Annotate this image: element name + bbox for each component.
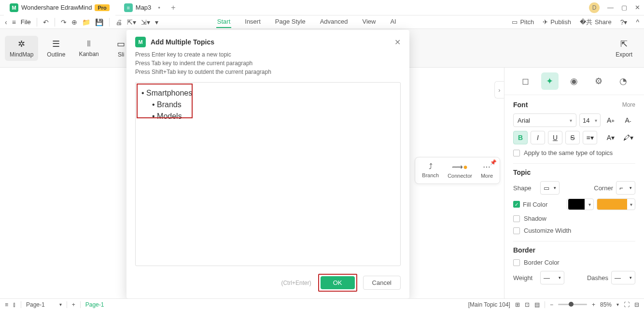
sb-collapse-icon[interactable]: ⊟ <box>634 301 639 308</box>
help-icon[interactable]: ?▾ <box>620 18 628 26</box>
weight-select[interactable]: — ▾ <box>540 271 564 284</box>
border-section-title: Border <box>513 246 535 254</box>
bordercolor-checkbox[interactable] <box>513 259 520 266</box>
export-dd-icon[interactable]: ⇱▾ <box>127 18 136 26</box>
font-more-link[interactable]: More <box>622 101 635 108</box>
add-page-button[interactable]: + <box>72 301 75 308</box>
user-avatar[interactable]: D <box>589 2 600 13</box>
page-dropdown[interactable]: Page-1▾ <box>26 301 62 308</box>
tab-insert[interactable]: Insert <box>244 16 262 28</box>
font-section-title: Font <box>513 101 528 109</box>
slide-icon: ▭ <box>117 39 125 49</box>
shadow-checkbox[interactable] <box>513 215 520 222</box>
menubar: ‹ ≡ File ↶ ↷ ⊕ 📁 💾 🖨 ⇱▾ ⇲▾ ▾ Start Inser… <box>0 15 644 29</box>
kanban-view-button[interactable]: ⫴ Kanban <box>74 36 103 61</box>
collapse-icon[interactable]: ^ <box>636 18 639 26</box>
hamburger-icon[interactable]: ≡ <box>12 18 16 26</box>
pitch-button[interactable]: ▭Pitch <box>512 18 534 26</box>
file-menu[interactable]: File <box>21 18 31 26</box>
share-button[interactable]: �共Share <box>580 18 612 27</box>
undo-button[interactable]: ↶ <box>43 18 49 26</box>
font-color-button[interactable]: A▾ <box>603 131 618 144</box>
italic-button[interactable]: I <box>531 131 545 144</box>
new-file-icon[interactable]: ⊕ <box>71 18 77 26</box>
panel-tab-tag[interactable]: ◉ <box>565 72 583 90</box>
sb-fit-icon[interactable]: ⊡ <box>525 301 530 308</box>
mindmap-view-button[interactable]: ✲ MindMap <box>5 36 38 61</box>
branch-button[interactable]: ⤴ Branch <box>418 160 443 181</box>
align-button[interactable]: ≡▾ <box>583 131 597 144</box>
customwidth-label: Customize Width <box>524 227 571 234</box>
active-page-label[interactable]: Page-1 <box>85 301 104 308</box>
panel-tab-setting[interactable]: ⚙ <box>590 72 607 90</box>
fillcolor-secondary[interactable]: ▾ <box>597 198 635 210</box>
publish-button[interactable]: ✈Publish <box>543 18 571 26</box>
tab-advanced[interactable]: Advanced <box>319 16 349 28</box>
connector-icon: ⟿● <box>452 162 468 171</box>
cancel-button[interactable]: Cancel <box>363 276 401 290</box>
sb-layout-icon[interactable]: ⫿ <box>13 301 16 308</box>
corner-select[interactable]: ⌐ ▾ <box>616 181 635 195</box>
tab-ai[interactable]: AI <box>389 16 397 28</box>
underline-button[interactable]: U <box>548 131 562 144</box>
maximize-button[interactable]: ▢ <box>621 4 627 11</box>
panel-tab-topic[interactable]: ◻ <box>517 72 534 90</box>
dialog-title: Add Multiple Topics <box>151 38 214 46</box>
tab-label: Map3 <box>136 4 152 11</box>
connector-button[interactable]: ⟿● Connector <box>444 160 476 181</box>
fullscreen-icon[interactable]: ⛶ <box>624 301 630 308</box>
outline-view-button[interactable]: ☰ Outline <box>42 36 70 61</box>
topic-info: [Main Topic 104] <box>468 301 510 308</box>
import-dd-icon[interactable]: ⇲▾ <box>141 18 150 26</box>
weight-label: Weight <box>513 274 537 282</box>
tab-start[interactable]: Start <box>216 16 231 28</box>
more-dd-icon[interactable]: ▾ <box>155 18 158 26</box>
fillcolor-primary[interactable]: ▾ <box>567 198 594 210</box>
tab-view[interactable]: View <box>361 16 377 28</box>
strikethrough-button[interactable]: S <box>565 131 580 144</box>
branch-icon: ⤴ <box>429 162 433 171</box>
window-controls: D — ▢ ✕ <box>589 2 640 13</box>
save-icon[interactable]: 💾 <box>95 18 103 26</box>
print-icon[interactable]: 🖨 <box>115 18 122 26</box>
font-increase-button[interactable]: A+ <box>603 113 618 127</box>
pro-badge: Pro <box>95 4 109 11</box>
zoom-in-button[interactable]: + <box>592 301 595 308</box>
fillcolor-checkbox[interactable]: ✓ <box>513 201 520 208</box>
ok-button[interactable]: OK <box>321 276 355 289</box>
document-tab[interactable]: ≡ Map3 ● <box>118 0 166 15</box>
topics-textarea[interactable]: • Smartphones • Brands • Models <box>135 82 401 266</box>
font-size-select[interactable]: 14▾ <box>579 113 601 127</box>
tab-dirty-icon: ● <box>158 5 160 10</box>
font-family-select[interactable]: Arial▾ <box>513 113 576 127</box>
sb-menu-icon[interactable]: ≡ <box>5 301 8 308</box>
collapse-panel-button[interactable]: › <box>494 81 504 99</box>
outline-icon: ☰ <box>52 39 60 49</box>
tab-pagestyle[interactable]: Page Style <box>274 16 307 28</box>
apply-same-checkbox[interactable] <box>513 150 520 156</box>
font-decrease-button[interactable]: A- <box>621 113 635 127</box>
export-button[interactable]: ⇱ Export <box>616 39 639 58</box>
pin-icon[interactable]: 📌 <box>490 159 497 166</box>
ok-highlight: OK <box>318 274 357 292</box>
panel-tab-history[interactable]: ◔ <box>615 72 632 90</box>
highlight-button[interactable]: 🖍▾ <box>621 131 635 144</box>
dashes-select[interactable]: — ▾ <box>611 271 635 284</box>
close-button[interactable]: ✕ <box>635 4 640 11</box>
back-button[interactable]: ‹ <box>5 18 7 26</box>
panel-tab-style[interactable]: ✦ <box>541 72 559 90</box>
zoom-slider[interactable] <box>558 304 587 305</box>
app-tab[interactable]: M Wondershare EdrawMind Pro <box>4 0 115 15</box>
redo-button[interactable]: ↷ <box>61 18 67 26</box>
new-tab-button[interactable]: + <box>171 3 175 12</box>
minimize-button[interactable]: — <box>607 4 614 11</box>
dialog-close-button[interactable]: ✕ <box>394 38 401 47</box>
sb-outline-icon[interactable]: ▤ <box>534 301 540 308</box>
open-folder-icon[interactable]: 📁 <box>82 18 90 26</box>
customwidth-checkbox[interactable] <box>513 227 520 234</box>
zoom-value[interactable]: 85% <box>600 301 612 308</box>
zoom-out-button[interactable]: − <box>550 301 553 308</box>
shape-select[interactable]: ▭ ▾ <box>540 181 560 195</box>
bold-button[interactable]: B <box>513 131 528 144</box>
sb-grid-icon[interactable]: ⊞ <box>515 301 520 308</box>
